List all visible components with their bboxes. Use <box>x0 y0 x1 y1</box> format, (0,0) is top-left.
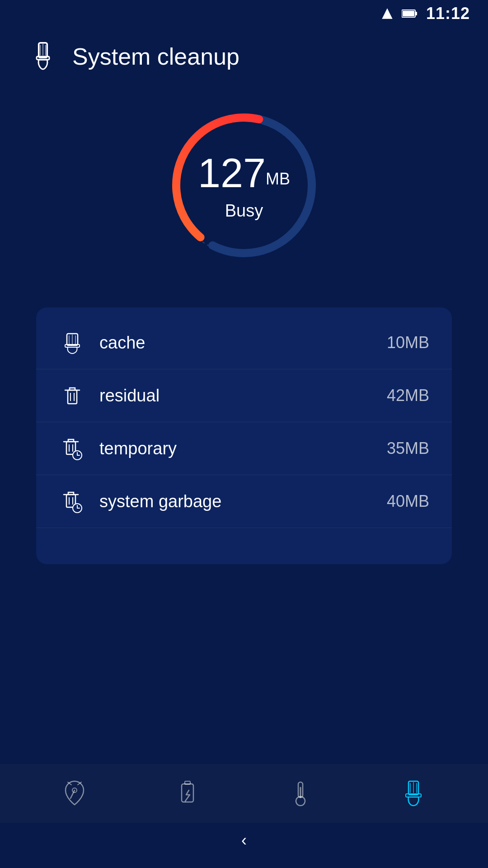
svg-rect-3 <box>403 11 414 16</box>
gauge-value-display: 127MB <box>198 150 290 197</box>
items-panel: cache 10MB residual 42MB <box>36 307 452 564</box>
nav-item-battery[interactable] <box>165 771 210 816</box>
temporary-label: temporary <box>99 439 373 458</box>
system-garbage-size: 40MB <box>387 492 429 511</box>
gauge-center: 127MB Busy <box>198 150 290 221</box>
gauge-number: 127 <box>198 151 266 196</box>
bottom-nav <box>0 764 488 823</box>
cache-label: cache <box>99 333 373 353</box>
cache-size: 10MB <box>387 333 429 352</box>
system-garbage-icon <box>59 488 86 515</box>
residual-label: residual <box>99 386 373 406</box>
cache-row[interactable]: cache 10MB <box>36 316 452 369</box>
svg-rect-2 <box>415 12 417 15</box>
temporary-size: 35MB <box>387 439 429 458</box>
system-garbage-row[interactable]: system garbage 40MB <box>36 475 452 528</box>
temporary-icon <box>59 435 86 462</box>
system-garbage-label: system garbage <box>99 492 373 511</box>
header: System cleanup <box>0 27 488 86</box>
status-bar: 11:12 <box>0 0 488 27</box>
cache-icon <box>59 329 86 356</box>
status-icons: 11:12 <box>381 4 470 23</box>
gauge-status-label: Busy <box>198 201 290 221</box>
battery-icon <box>402 9 418 18</box>
nav-item-temperature[interactable] <box>278 771 323 816</box>
header-brush-icon <box>27 41 59 72</box>
svg-rect-17 <box>68 390 77 404</box>
residual-row[interactable]: residual 42MB <box>36 369 452 422</box>
gauge-container: 127MB Busy <box>158 99 330 271</box>
residual-icon <box>59 382 86 409</box>
signal-icon <box>381 7 394 20</box>
nav-item-boost[interactable] <box>52 771 97 816</box>
back-button[interactable]: ‹ <box>241 831 247 850</box>
gauge-unit: MB <box>266 170 290 188</box>
status-time: 11:12 <box>426 4 470 23</box>
temporary-row[interactable]: temporary 35MB <box>36 422 452 475</box>
nav-item-cleanup[interactable] <box>391 771 436 816</box>
residual-size: 42MB <box>387 386 429 405</box>
page-title: System cleanup <box>72 43 239 70</box>
svg-marker-0 <box>382 8 392 19</box>
